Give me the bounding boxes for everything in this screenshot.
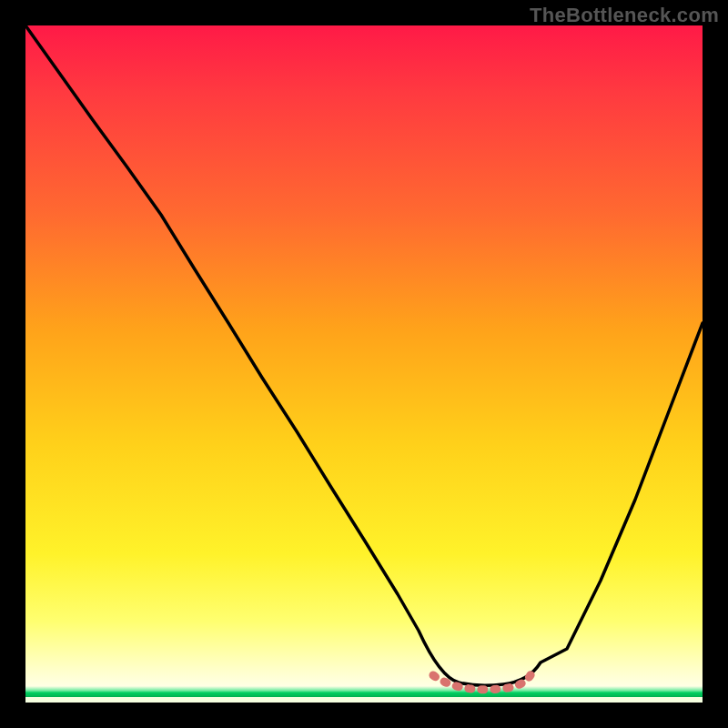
bottleneck-curve bbox=[25, 25, 703, 685]
chart-stage: TheBottleneck.com bbox=[0, 0, 728, 728]
curve-layer bbox=[25, 25, 703, 703]
watermark-text: TheBottleneck.com bbox=[530, 4, 719, 27]
plot-area bbox=[25, 25, 703, 703]
